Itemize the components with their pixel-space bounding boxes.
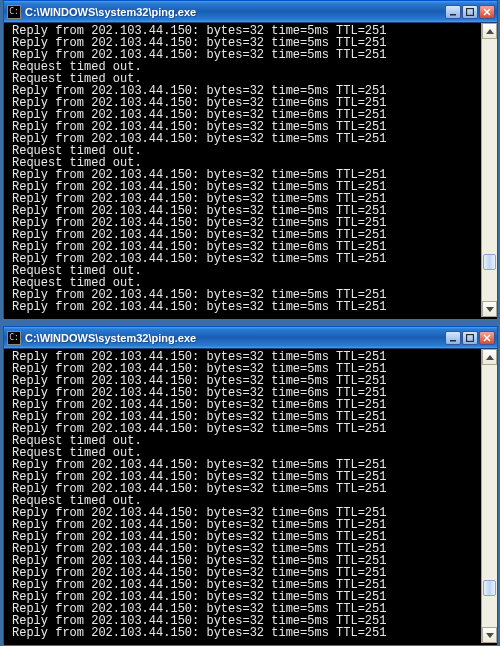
vertical-scrollbar[interactable] [481,23,497,317]
svg-rect-2 [450,340,456,342]
scroll-thumb[interactable] [483,580,496,596]
scroll-thumb[interactable] [483,254,496,270]
console-output: Reply from 202.103.44.150: bytes=32 time… [4,349,497,645]
cmd-icon: C: [7,5,21,19]
svg-rect-3 [467,334,474,341]
titlebar[interactable]: C: C:\WINDOWS\system32\ping.exe [4,327,497,349]
cmd-window-2[interactable]: C: C:\WINDOWS\system32\ping.exe Reply fr… [3,326,498,644]
maximize-button[interactable] [462,5,478,19]
window-buttons [445,5,495,19]
close-button[interactable] [479,331,495,345]
console-output: Reply from 202.103.44.150: bytes=32 time… [4,23,497,319]
maximize-button[interactable] [462,331,478,345]
scroll-up-button[interactable] [482,349,497,365]
scroll-up-button[interactable] [482,23,497,39]
titlebar[interactable]: C: C:\WINDOWS\system32\ping.exe [4,1,497,23]
scroll-down-button[interactable] [482,301,497,317]
window-title: C:\WINDOWS\system32\ping.exe [25,6,445,18]
window-buttons [445,331,495,345]
minimize-button[interactable] [445,331,461,345]
scroll-track[interactable] [482,365,497,627]
vertical-scrollbar[interactable] [481,349,497,643]
close-button[interactable] [479,5,495,19]
scroll-track[interactable] [482,39,497,301]
window-title: C:\WINDOWS\system32\ping.exe [25,332,445,344]
svg-rect-0 [450,14,456,16]
minimize-button[interactable] [445,5,461,19]
svg-rect-1 [467,8,474,15]
cmd-window-1[interactable]: C: C:\WINDOWS\system32\ping.exe Reply fr… [3,0,498,318]
cmd-icon: C: [7,331,21,345]
scroll-down-button[interactable] [482,627,497,643]
